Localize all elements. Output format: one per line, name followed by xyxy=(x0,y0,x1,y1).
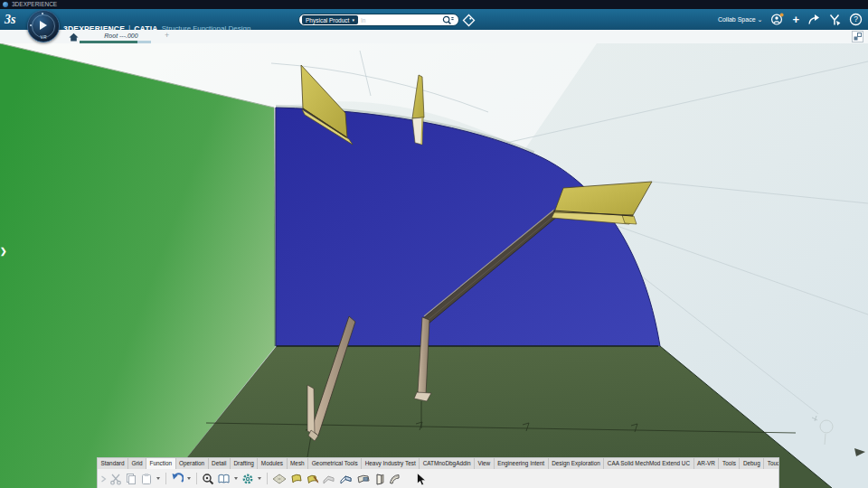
action-bar-tab[interactable]: AR-VR xyxy=(694,458,720,469)
vertical-plate-tool-icon[interactable] xyxy=(373,473,385,485)
chevron-down-icon: ⌄ xyxy=(758,16,763,23)
chevron-down-icon[interactable] xyxy=(234,477,238,480)
svg-text:3s: 3s xyxy=(4,13,16,26)
action-bar-tab[interactable]: Geometrical Tools xyxy=(308,458,362,469)
compass-version: V.R xyxy=(28,35,59,40)
chevron-down-icon[interactable] xyxy=(156,477,160,480)
action-bar-tab[interactable]: CATMnoDbgAddin xyxy=(420,458,475,469)
search-input[interactable] xyxy=(358,15,442,24)
document-tab[interactable]: Root ---.000 xyxy=(87,30,156,41)
window-title: 3DEXPERIENCE xyxy=(12,0,57,9)
toolbar-separator xyxy=(267,473,268,484)
action-bar-tab[interactable]: Modules xyxy=(258,458,287,469)
application-window: 3DEXPERIENCE 3s 3DEXPERIENCE | CATIA Str… xyxy=(0,0,868,488)
action-bar-tab[interactable]: Heavy Industry Test xyxy=(362,458,420,469)
action-bar-tab[interactable]: Design Exploration xyxy=(549,458,605,469)
svg-text:?: ? xyxy=(854,14,858,23)
header-right-cluster: Collab Space ⌄ + xyxy=(718,9,863,30)
action-bar-tab[interactable]: View xyxy=(475,458,495,469)
toolbar-separator xyxy=(165,473,166,484)
compass-north-tick xyxy=(42,13,43,14)
folded-plate-tool-icon[interactable] xyxy=(322,473,336,485)
insert-plate-tool-icon[interactable] xyxy=(339,473,354,485)
action-bar-tab[interactable]: Engineering Intent xyxy=(495,458,549,469)
search-scope-label: Physical Product xyxy=(306,17,349,23)
chevron-down-icon: ▾ xyxy=(352,17,354,23)
undo-icon[interactable] xyxy=(171,473,184,485)
chevron-down-icon[interactable] xyxy=(258,477,261,480)
chevron-down-icon[interactable] xyxy=(187,477,191,480)
paste-icon[interactable] xyxy=(140,473,153,485)
plate-limit-tool-icon[interactable] xyxy=(356,473,371,485)
action-bar-tabs: StandardGridFunctionOperationDetailDraft… xyxy=(98,458,778,469)
toolbar-separator xyxy=(196,473,197,484)
plate-tool-icon[interactable] xyxy=(289,473,303,485)
collab-space-label: Collab Space xyxy=(718,16,756,23)
action-bar-tab[interactable]: Debug xyxy=(740,458,764,469)
action-bar-tab[interactable]: Grid xyxy=(128,458,146,469)
collapse-handle-icon[interactable] xyxy=(100,473,107,485)
panel-tool-icon[interactable] xyxy=(272,473,287,485)
3d-compass[interactable]: V.R xyxy=(27,10,60,42)
top-search-bar[interactable]: Physical Product ▾ xyxy=(298,14,459,26)
action-bar-tab[interactable]: Detail xyxy=(209,458,231,469)
tag-icon[interactable] xyxy=(462,14,476,27)
action-bar-tab[interactable]: Standard xyxy=(98,458,128,469)
window-titlebar: 3DEXPERIENCE xyxy=(0,0,868,9)
mouse-cursor xyxy=(417,473,427,486)
options-gear-icon[interactable] xyxy=(241,473,254,485)
3d-viewport[interactable] xyxy=(0,43,868,488)
panel-expander[interactable]: ❯ xyxy=(0,244,10,258)
document-tab-bar: Root ---.000 + xyxy=(0,30,868,43)
action-bar: StandardGridFunctionOperationDetailDraft… xyxy=(98,458,778,488)
action-bar-tab[interactable]: Operation xyxy=(176,458,209,469)
action-bar-tab[interactable]: Mesh xyxy=(288,458,309,469)
plate-edit-tool-icon[interactable] xyxy=(306,473,319,485)
3ds-logo-icon: 3s xyxy=(4,10,27,28)
action-bar-icons xyxy=(98,469,778,488)
play-icon[interactable] xyxy=(40,21,47,30)
action-bar-tab[interactable]: CAA Solid MechMod Extend UC xyxy=(604,458,693,469)
expand-window-icon[interactable] xyxy=(852,31,863,42)
search-icon[interactable] xyxy=(442,15,454,25)
action-bar-tab[interactable]: Function xyxy=(146,458,176,469)
action-bar-tab[interactable]: Drafting xyxy=(231,458,258,469)
compass-west-tick xyxy=(30,24,32,26)
search-scope-button[interactable]: Physical Product ▾ xyxy=(302,15,358,24)
catalog-icon[interactable] xyxy=(217,473,231,485)
new-tab-button[interactable]: + xyxy=(165,31,169,40)
action-bar-tab[interactable]: Touch xyxy=(764,458,778,469)
collab-space-selector[interactable]: Collab Space ⌄ xyxy=(718,16,763,23)
action-bar-tab[interactable]: Tools xyxy=(719,458,740,469)
help-icon[interactable]: ? xyxy=(849,13,863,26)
search-tool-icon[interactable] xyxy=(202,473,214,485)
add-content-button[interactable]: + xyxy=(792,14,799,25)
3dplay-icon[interactable] xyxy=(828,14,841,26)
user-profile-icon[interactable] xyxy=(770,13,784,26)
window-app-icon xyxy=(3,2,8,7)
curved-plate-tool-icon[interactable] xyxy=(388,473,401,485)
home-icon[interactable] xyxy=(68,32,80,42)
share-icon[interactable] xyxy=(807,14,820,25)
copy-icon[interactable] xyxy=(125,473,137,485)
cut-icon[interactable] xyxy=(109,473,122,485)
